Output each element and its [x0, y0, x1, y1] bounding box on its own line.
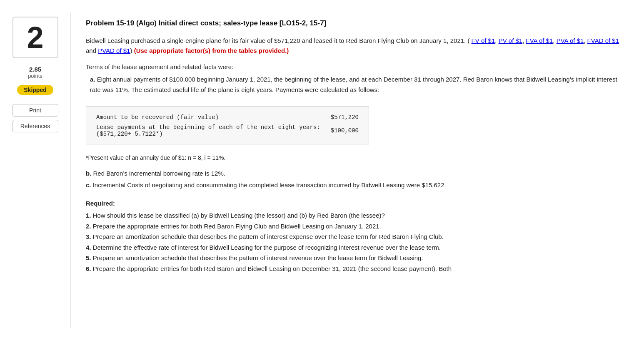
calc-row-2: Lease payments at the beginning of each … — [96, 124, 359, 137]
left-panel: 2 2.85 points Skipped Print References — [0, 12, 71, 328]
question-number: 2 — [27, 20, 43, 55]
req-item-1-text: How should this lease be classified (a) … — [93, 212, 385, 219]
item-b-text: Red Baron’s incremental borrowing rate i… — [93, 170, 225, 177]
req-item-2: 2. Prepare the appropriate entries for b… — [86, 221, 627, 232]
required-section: Required: 1. How should this lease be cl… — [86, 200, 627, 274]
question-number-box: 2 — [12, 17, 58, 58]
references-button[interactable]: References — [12, 120, 58, 132]
item-a-text: Eight annual payments of $100,000 beginn… — [90, 76, 617, 93]
item-a: a. Eight annual payments of $100,000 beg… — [90, 74, 627, 95]
link-pva[interactable]: PVA of $1 — [557, 37, 584, 44]
item-a-label: a. — [90, 76, 95, 83]
req-item-4-text: Determine the effective rate of interest… — [93, 244, 441, 251]
req-item-3-text: Prepare an amortization schedule that de… — [93, 233, 444, 240]
calc-row2-label-line2: ($571,220÷ 5.7122*) — [96, 131, 163, 137]
item-b-label: b. — [86, 170, 91, 177]
link-fv[interactable]: FV of $1 — [472, 37, 495, 44]
print-button[interactable]: Print — [12, 104, 58, 117]
calc-row1-label: Amount to be recovered (fair value) — [96, 114, 321, 121]
req-item-4: 4. Determine the effective rate of inter… — [86, 242, 627, 253]
use-tables-notice: (Use appropriate factor(s) from the tabl… — [134, 47, 289, 54]
link-fva[interactable]: FVA of $1 — [526, 37, 553, 44]
footnote: *Present value of an annuity due of $1: … — [86, 154, 627, 161]
req-item-5-text: Prepare an amortization schedule that de… — [93, 254, 423, 261]
link-fvad[interactable]: FVAD of $1 — [587, 37, 619, 44]
intro-text: Bidwell Leasing purchased a single-engin… — [86, 37, 466, 44]
req-item-2-text: Prepare the appropriate entries for both… — [93, 223, 381, 230]
intro-paragraph: Bidwell Leasing purchased a single-engin… — [86, 36, 627, 56]
required-list: 1. How should this lease be classified (… — [86, 210, 627, 274]
link-pvad[interactable]: PVAD of $1 — [98, 47, 130, 54]
item-c-text: Incremental Costs of negotiating and con… — [93, 181, 446, 189]
required-title: Required: — [86, 200, 627, 207]
points-label: points — [28, 73, 42, 79]
req-item-6-text: Prepare the appropriate entries for both… — [93, 265, 452, 272]
calc-row2-value: $100,000 — [321, 127, 359, 134]
calc-row2-label: Lease payments at the beginning of each … — [96, 124, 321, 137]
calc-table: Amount to be recovered (fair value) $571… — [86, 106, 369, 144]
item-c-label: c. — [86, 181, 91, 189]
terms-header: Terms of the lease agreement and related… — [86, 63, 627, 70]
main-content: Problem 15-19 (Algo) Initial direct cost… — [71, 12, 644, 328]
link-pv[interactable]: PV of $1 — [499, 37, 523, 44]
points-value: 2.85 — [29, 66, 41, 73]
calc-row2-label-line1: Lease payments at the beginning of each … — [96, 124, 320, 131]
req-item-6: 6. Prepare the appropriate entries for b… — [86, 263, 627, 274]
req-item-5: 5. Prepare an amortization schedule that… — [86, 253, 627, 263]
status-badge: Skipped — [17, 85, 53, 95]
calc-row-1: Amount to be recovered (fair value) $571… — [96, 114, 359, 121]
calc-row1-value: $571,220 — [321, 114, 359, 121]
item-c: c. Incremental Costs of negotiating and … — [86, 180, 627, 191]
req-item-3: 3. Prepare an amortization schedule that… — [86, 231, 627, 242]
item-b: b. Red Baron’s incremental borrowing rat… — [86, 169, 627, 179]
problem-title: Problem 15-19 (Algo) Initial direct cost… — [86, 19, 627, 27]
req-item-1: 1. How should this lease be classified (… — [86, 210, 627, 221]
